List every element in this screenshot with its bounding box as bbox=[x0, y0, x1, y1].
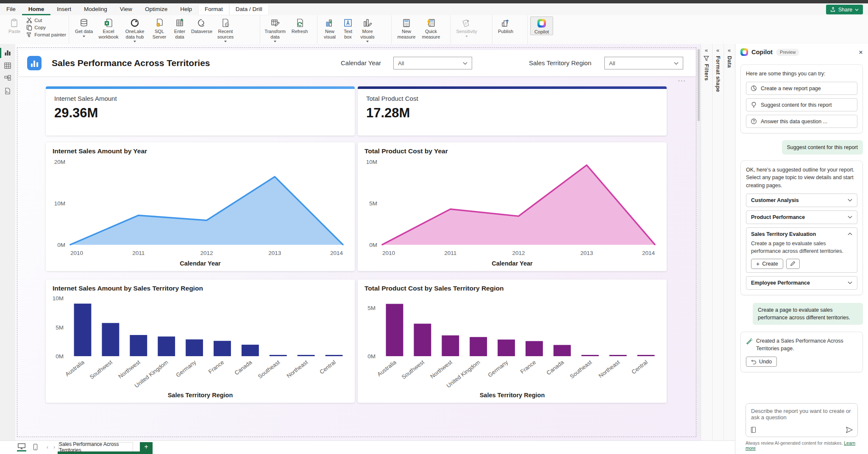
chart-internet-sales-by-region[interactable]: Internet Sales Amount by Sales Territory… bbox=[46, 280, 355, 403]
copy-button[interactable]: Copy bbox=[26, 25, 66, 30]
new-measure-button[interactable]: New measure bbox=[394, 17, 419, 39]
bar[interactable] bbox=[498, 340, 515, 356]
edit-outline-button[interactable] bbox=[786, 259, 800, 269]
menu-data-drill[interactable]: Data / Drill bbox=[229, 3, 269, 15]
chart-internet-sales-by-year[interactable]: Internet Sales Amount by Year 0M10M20M20… bbox=[46, 142, 355, 271]
bar[interactable] bbox=[470, 337, 487, 356]
format-pane-collapsed[interactable]: « Format shape bbox=[712, 44, 723, 440]
previous-page-arrow[interactable]: ‹ bbox=[47, 444, 48, 450]
quick-measure-button[interactable]: Quick measure bbox=[419, 17, 443, 39]
area-chart-plot[interactable]: 0M10M20M20102011201220132014 bbox=[46, 156, 355, 260]
copilot-ribbon-button[interactable]: Copilot bbox=[530, 17, 553, 35]
outline-item-sales-territory-evaluation[interactable]: Sales Territory Evaluation Create a page… bbox=[746, 227, 857, 273]
menu-file[interactable]: File bbox=[0, 3, 22, 15]
sensitivity-button[interactable]: Sensitivity bbox=[453, 17, 480, 37]
kpi-card-product-cost[interactable]: Total Product Cost 17.28M bbox=[358, 86, 667, 136]
share-button[interactable]: Share bbox=[826, 5, 863, 14]
create-page-button[interactable]: + Create bbox=[751, 259, 783, 269]
outline-item-employee-performance[interactable]: Employee Performance bbox=[746, 276, 857, 290]
visual-more-options[interactable]: ... bbox=[678, 75, 686, 83]
more-visuals-button[interactable]: More visuals bbox=[356, 17, 378, 42]
expand-pane-icon[interactable]: « bbox=[716, 47, 719, 53]
enter-data-button[interactable]: Enter data bbox=[170, 17, 189, 39]
bar[interactable] bbox=[186, 339, 203, 356]
report-header[interactable]: Sales Performance Across Territories Cal… bbox=[19, 50, 696, 76]
onelake-data-hub-button[interactable]: OneLake data hub bbox=[121, 17, 149, 42]
excel-workbook-button[interactable]: Excel workbook bbox=[96, 17, 121, 39]
copilot-input[interactable] bbox=[746, 404, 857, 423]
kpi-card-internet-sales[interactable]: Internet Sales Amount 29.36M bbox=[46, 86, 355, 136]
filters-pane-collapsed[interactable]: « Filters bbox=[701, 44, 712, 440]
bar[interactable] bbox=[158, 337, 175, 356]
model-view-button[interactable] bbox=[0, 72, 15, 85]
bar[interactable] bbox=[609, 355, 627, 356]
sql-server-button[interactable]: SQL Server bbox=[149, 17, 170, 39]
outline-item-product-performance[interactable]: Product Performance bbox=[746, 210, 857, 224]
prompt-guide-button[interactable] bbox=[750, 426, 757, 433]
suggestion-create-page[interactable]: Create a new report page bbox=[746, 82, 857, 95]
bar-chart-plot[interactable]: 0M5MAustraliaSouthwestNorthwestUnited Ki… bbox=[358, 293, 667, 392]
bar[interactable] bbox=[326, 355, 343, 356]
bar[interactable] bbox=[74, 304, 92, 356]
area-series[interactable] bbox=[382, 165, 655, 245]
outline-item-customer-analysis[interactable]: Customer Analysis bbox=[746, 194, 857, 207]
cut-button[interactable]: Cut bbox=[26, 17, 66, 23]
mobile-layout-button[interactable] bbox=[33, 443, 38, 451]
quick-measure-icon bbox=[426, 18, 436, 28]
add-page-button[interactable]: + bbox=[140, 442, 153, 451]
suggestion-suggest-content[interactable]: Suggest content for this report bbox=[746, 98, 857, 111]
chart-product-cost-by-year[interactable]: Total Product Cost by Year 0M5M10M201020… bbox=[358, 142, 667, 271]
close-icon[interactable]: × bbox=[859, 49, 863, 56]
undo-button[interactable]: Undo bbox=[746, 357, 777, 367]
bar-chart-plot[interactable]: 0M5M10MAustraliaSouthwestNorthwestUnited… bbox=[46, 293, 355, 392]
expand-pane-icon[interactable]: « bbox=[728, 47, 731, 53]
report-view-button[interactable] bbox=[0, 47, 15, 59]
menu-home[interactable]: Home bbox=[22, 3, 51, 15]
recent-sources-button[interactable]: Recent sources bbox=[214, 17, 237, 42]
format-painter-button[interactable]: Format painter bbox=[26, 32, 66, 38]
bar[interactable] bbox=[214, 341, 231, 356]
send-button[interactable] bbox=[846, 426, 853, 433]
calendar-year-dropdown[interactable]: All bbox=[393, 57, 472, 69]
bar[interactable] bbox=[414, 324, 431, 356]
bar[interactable] bbox=[242, 345, 259, 356]
bar[interactable] bbox=[386, 304, 403, 356]
page-tab[interactable]: Sales Performance Across Territories bbox=[58, 442, 133, 451]
menu-help[interactable]: Help bbox=[174, 3, 198, 15]
bar[interactable] bbox=[554, 345, 571, 356]
report-canvas[interactable]: Sales Performance Across Territories Cal… bbox=[15, 44, 701, 440]
bar[interactable] bbox=[270, 355, 287, 356]
menu-optimize[interactable]: Optimize bbox=[139, 3, 174, 15]
publish-button[interactable]: Publish bbox=[495, 17, 516, 34]
refresh-button[interactable]: Refresh bbox=[287, 17, 312, 34]
menu-insert[interactable]: Insert bbox=[50, 3, 78, 15]
get-data-button[interactable]: Get data bbox=[72, 17, 96, 37]
bar[interactable] bbox=[130, 335, 147, 356]
bar[interactable] bbox=[581, 355, 599, 356]
bar[interactable] bbox=[102, 323, 119, 356]
menu-format[interactable]: Format bbox=[198, 3, 229, 15]
dataverse-button[interactable]: Dataverse bbox=[189, 17, 214, 34]
transform-data-button[interactable]: Transform data bbox=[263, 17, 287, 42]
desktop-layout-button[interactable] bbox=[17, 443, 26, 451]
menu-modeling[interactable]: Modeling bbox=[78, 3, 114, 15]
bar[interactable] bbox=[298, 355, 315, 356]
paste-button[interactable]: Paste bbox=[3, 17, 26, 34]
text-box-button[interactable]: Text box bbox=[339, 17, 356, 39]
suggestion-answer-question[interactable]: Answer this data question ... bbox=[746, 115, 857, 128]
expand-pane-icon[interactable]: « bbox=[705, 47, 708, 53]
new-visual-button[interactable]: New visual bbox=[320, 17, 339, 39]
menu-view[interactable]: View bbox=[114, 3, 139, 15]
dax-query-view-button[interactable] bbox=[0, 85, 15, 97]
bar[interactable] bbox=[637, 355, 655, 356]
area-series[interactable] bbox=[70, 177, 343, 245]
table-view-button[interactable] bbox=[0, 59, 15, 72]
canvas-scrollbar[interactable] bbox=[697, 48, 700, 436]
territory-region-dropdown[interactable]: All bbox=[604, 57, 683, 69]
bar[interactable] bbox=[442, 335, 459, 356]
data-pane-collapsed[interactable]: « Data bbox=[723, 44, 734, 440]
area-chart-plot[interactable]: 0M5M10M20102011201220132014 bbox=[358, 156, 667, 260]
chart-product-cost-by-region[interactable]: Total Product Cost by Sales Territory Re… bbox=[358, 280, 667, 403]
next-page-arrow[interactable]: › bbox=[53, 444, 55, 450]
bar[interactable] bbox=[526, 341, 543, 356]
